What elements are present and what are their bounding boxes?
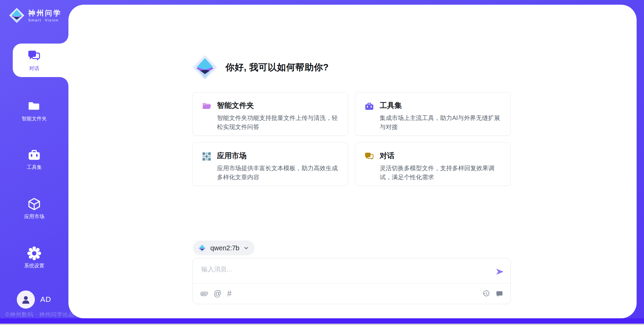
comment-icon[interactable] — [496, 290, 503, 298]
folder-icon — [27, 99, 41, 113]
paperclip-icon[interactable] — [201, 290, 208, 298]
message-composer: @ # — [192, 258, 511, 304]
at-icon[interactable]: @ — [214, 290, 221, 298]
main-content: 你好, 我可以如何帮助你? 智能文件夹 智能文件夹功能支持批量文件上传与清洗，轻… — [68, 5, 637, 318]
gem-diamond-icon — [198, 244, 207, 253]
greeting-title: 你好, 我可以如何帮助你? — [225, 61, 329, 73]
sidebar-item-settings[interactable]: 系统设置 — [0, 246, 68, 269]
chevron-down-icon — [243, 245, 249, 251]
sidebar-item-app-market[interactable]: 应用市场 — [0, 197, 68, 220]
card-toolset[interactable]: 工具集 集成市场上主流工具，助力AI与外界无缝扩展与对接 — [355, 92, 511, 136]
send-arrow-icon[interactable] — [495, 267, 504, 276]
card-app-market[interactable]: 应用市场 应用市场提供丰富长文本模板，助力高效生成多样化文章内容 — [192, 142, 348, 186]
toolbox-icon — [27, 148, 41, 162]
sidebar-item-label: 智能文件夹 — [22, 116, 47, 122]
card-description: 集成市场上主流工具，助力AI与外界无缝扩展与对接 — [380, 114, 502, 132]
sidebar-item-smart-folder[interactable]: 智能文件夹 — [0, 99, 68, 122]
composer-toolbar: @ # — [193, 283, 511, 304]
card-description: 智能文件夹功能支持批量文件上传与清洗，轻松实现文件问答 — [217, 114, 339, 132]
message-input[interactable] — [201, 264, 487, 275]
card-chat[interactable]: 对话 灵活切换多模型文件，支持多样回复效果调试，满足个性化需求 — [355, 142, 511, 186]
brand: 神州问学 Smart Vision — [9, 7, 62, 23]
folder-open-icon — [202, 101, 212, 111]
user-name: AD — [40, 295, 51, 304]
card-body: 对话 灵活切换多模型文件，支持多样回复效果调试，满足个性化需求 — [380, 151, 502, 186]
chat-bubbles-icon — [364, 151, 374, 161]
gem-diamond-icon — [192, 54, 218, 80]
sidebar-item-label: 应用市场 — [24, 213, 44, 220]
chat-bubbles-icon — [27, 49, 41, 63]
feature-cards: 智能文件夹 智能文件夹功能支持批量文件上传与清洗，轻松实现文件问答 工具集 集成… — [192, 92, 511, 186]
card-description: 灵活切换多模型文件，支持多样回复效果调试，满足个性化需求 — [380, 164, 502, 182]
grid-icon — [202, 151, 212, 161]
sidebar-item-label: 系统设置 — [24, 263, 44, 269]
card-title: 工具集 — [380, 101, 502, 111]
card-body: 智能文件夹 智能文件夹功能支持批量文件上传与清洗，轻松实现文件问答 — [217, 101, 339, 135]
card-title: 对话 — [380, 151, 502, 161]
user-profile[interactable]: AD — [17, 290, 51, 309]
gear-icon — [27, 246, 41, 260]
card-body: 应用市场 应用市场提供丰富长文本模板，助力高效生成多样化文章内容 — [217, 151, 339, 186]
avatar — [17, 290, 35, 309]
sidebar-item-toolset[interactable]: 工具集 — [0, 148, 68, 171]
sidebar: 神州问学 Smart Vision 对话 智能文件夹 工具集 应用市场 — [0, 0, 68, 325]
sidebar-item-chat[interactable]: 对话 — [13, 44, 68, 77]
history-icon[interactable] — [482, 290, 490, 298]
card-body: 工具集 集成市场上主流工具，助力AI与外界无缝扩展与对接 — [380, 101, 502, 135]
sidebar-item-label: 对话 — [29, 65, 39, 72]
brand-tagline: Smart Vision — [28, 18, 62, 22]
person-icon — [20, 294, 32, 305]
composer-tools-left: @ # — [201, 290, 231, 298]
toolbox-icon — [364, 101, 374, 111]
model-name: qwen2:7b — [210, 244, 239, 252]
hash-icon[interactable]: # — [227, 290, 231, 298]
brand-name: 神州问学 — [28, 9, 62, 17]
copyright: ©神州数码 · 神州问学出品 — [5, 311, 74, 318]
model-selector[interactable]: qwen2:7b — [193, 241, 255, 255]
brand-gem-diamond-icon — [9, 7, 25, 23]
cube-icon — [27, 197, 41, 211]
bottom-strip — [0, 318, 644, 324]
card-title: 应用市场 — [217, 151, 339, 161]
card-smart-folder[interactable]: 智能文件夹 智能文件夹功能支持批量文件上传与清洗，轻松实现文件问答 — [192, 92, 348, 136]
card-description: 应用市场提供丰富长文本模板，助力高效生成多样化文章内容 — [217, 164, 339, 182]
bottom-baseline — [0, 324, 644, 325]
sidebar-item-label: 工具集 — [27, 164, 42, 171]
brand-text: 神州问学 Smart Vision — [28, 9, 62, 22]
greeting-block: 你好, 我可以如何帮助你? — [192, 54, 329, 80]
card-title: 智能文件夹 — [217, 101, 339, 111]
composer-tools-right — [482, 290, 503, 298]
